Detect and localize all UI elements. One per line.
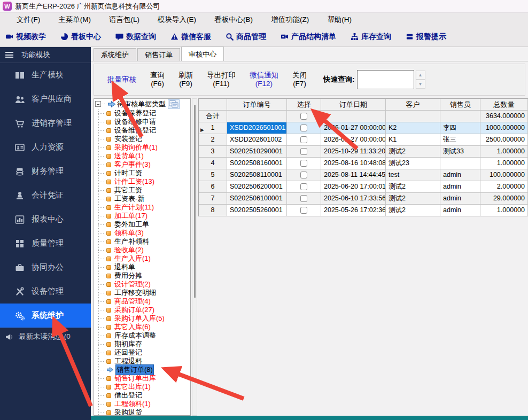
tree-item[interactable]: 销售订单出库	[94, 374, 190, 383]
table-row[interactable]: ▶2 XSDD202601002 2026-01-27 00:00:00 K1 …	[199, 134, 528, 146]
tree-item[interactable]: 退料单	[94, 263, 190, 271]
tree-item[interactable]: 还回登记	[94, 348, 190, 357]
tree-item[interactable]: 期初库存	[94, 340, 190, 348]
tab[interactable]: 审核中心	[181, 46, 224, 61]
tab[interactable]: 销售订单	[137, 48, 180, 61]
quick-search-input[interactable]	[357, 70, 414, 89]
toolbar-item[interactable]: 微信客服	[170, 32, 211, 42]
row-select-checkbox[interactable]	[300, 136, 307, 143]
collapse-icon[interactable]	[95, 101, 101, 107]
table-row[interactable]: ▶8 S0202505260001 2025-05-26 17:02:36 测试…	[199, 205, 528, 216]
spinner-down-icon[interactable]: ▼	[416, 80, 425, 89]
menu-item[interactable]: 看板中心(B)	[205, 15, 262, 25]
form-panel-button[interactable]	[168, 99, 180, 109]
table-header-cell[interactable]: 总数量	[480, 99, 528, 111]
tree-item[interactable]: 计件工资(13)	[94, 177, 190, 186]
sidebar-item[interactable]: 设备管理	[0, 279, 91, 304]
table-header-cell[interactable]	[199, 99, 227, 111]
table-header-cell[interactable]: 客户	[386, 99, 440, 111]
spinner-up-icon[interactable]: ▲	[416, 71, 425, 80]
tree-item[interactable]: 送货单(1)	[94, 152, 190, 160]
sidebar-item[interactable]: 客户供应商	[0, 87, 91, 111]
menu-item[interactable]: 增值功能(Z)	[262, 15, 318, 25]
tree-item[interactable]: 计时工资	[94, 169, 190, 177]
tree-item[interactable]: 工序移交明细	[94, 289, 190, 297]
row-select-checkbox[interactable]	[300, 207, 307, 214]
hamburger-icon[interactable]	[5, 52, 13, 58]
tree-item[interactable]: 其它工资	[94, 186, 190, 195]
menu-item[interactable]: 文件(F)	[7, 15, 49, 25]
table-header-cell[interactable]: 订单编号	[227, 99, 287, 111]
sidebar-item[interactable]: 生产模块	[0, 63, 91, 87]
table-row[interactable]: ▶5 S0202508110001 2025-08-11 14:44:45 te…	[199, 169, 528, 181]
tree-item[interactable]: 生产计划(11)	[94, 203, 190, 212]
toolbar-item[interactable]: 看板中心	[60, 32, 101, 42]
tree-item[interactable]: 借出登记	[94, 391, 190, 400]
sidebar-header[interactable]: 功能模块	[0, 47, 91, 63]
tree-item[interactable]: 其它出库(1)	[94, 383, 190, 391]
action-button[interactable]: 批量审核	[100, 75, 143, 84]
toolbar-item[interactable]: 报警提示	[406, 32, 446, 42]
tree-item[interactable]: 工资表-新	[94, 195, 190, 203]
tree-item[interactable]: 设备维修登记	[94, 126, 190, 135]
sidebar-item[interactable]: 报表中心	[0, 207, 91, 231]
table-header-cell[interactable]: 选择	[287, 99, 321, 111]
tree-item[interactable]: 工程领料(1)	[94, 400, 190, 408]
action-button[interactable]: 关闭 (F7)	[285, 71, 314, 88]
tree-scrollbar-thumb[interactable]	[194, 105, 196, 298]
tree-item[interactable]: 设备保养登记	[94, 109, 190, 118]
tree-item[interactable]: 商品管理(4)	[94, 297, 190, 306]
tree-item[interactable]: 采购订单入库(5)	[94, 314, 190, 323]
sidebar-item[interactable]: 协同办公	[0, 255, 91, 279]
table-row[interactable]: ▶4 S0202508160001 2025-08-16 10:48:08 测试…	[199, 158, 528, 169]
sidebar-footer-messages[interactable]: 最新未读消息 (0	[0, 328, 91, 345]
tree-item[interactable]: 采购退货	[94, 408, 190, 416]
toolbar-item[interactable]: 产品结构清单	[281, 32, 336, 42]
action-button[interactable]: 导出打印 (F11)	[200, 71, 243, 88]
tree-item[interactable]: 安装登记	[94, 135, 190, 143]
menu-item[interactable]: 模块导入(E)	[149, 15, 205, 25]
tree-item[interactable]: 销售订单(8)	[94, 365, 190, 374]
tree-item[interactable]: 生产补领料	[94, 237, 190, 246]
sidebar-item[interactable]: 质量管理	[0, 231, 91, 255]
tree-item[interactable]: 费用分摊	[94, 271, 190, 280]
action-button[interactable]: 刷新 (F9)	[172, 71, 200, 88]
tree-item[interactable]: 验收单(2)	[94, 246, 190, 254]
sidebar-item[interactable]: 系统维护	[0, 304, 91, 328]
menu-item[interactable]: 语言包(L)	[100, 15, 149, 25]
sidebar-item[interactable]: 财务管理	[0, 159, 91, 183]
select-all-checkbox[interactable]	[300, 113, 307, 120]
table-row[interactable]: ▶6 S0202506200001 2025-06-20 17:00:01 测试…	[199, 181, 528, 193]
tab[interactable]: 系统维护	[94, 48, 136, 61]
sidebar-item[interactable]: 人力资源	[0, 135, 91, 159]
row-select-checkbox[interactable]	[300, 183, 307, 190]
row-select-checkbox[interactable]	[300, 195, 307, 202]
table-row[interactable]: ▶3 S0202510290001 2025-10-29 11:33:20 测试…	[199, 146, 528, 158]
toolbar-item[interactable]: 数据查询	[115, 32, 156, 42]
tree-item[interactable]: 加工单(17)	[94, 212, 190, 220]
tree-item[interactable]: 领料单(3)	[94, 229, 190, 237]
menu-item[interactable]: 主菜单(M)	[49, 15, 100, 25]
row-select-checkbox[interactable]	[300, 172, 307, 178]
table-header-cell[interactable]: 销售员	[440, 99, 480, 111]
tree-scrollbar[interactable]	[192, 98, 197, 416]
toolbar-item[interactable]: 视频教学	[5, 32, 46, 42]
row-select-checkbox[interactable]	[300, 160, 307, 167]
sidebar-item[interactable]: 会计凭证	[0, 183, 91, 207]
action-button[interactable]: 查询 (F6)	[143, 71, 172, 88]
action-button[interactable]: 微信通知 (F12)	[243, 71, 285, 88]
toolbar-item[interactable]: 库存查询	[351, 32, 391, 42]
tree-item[interactable]: 设备维修申请	[94, 118, 190, 126]
tree-item[interactable]: 客户事件(3)	[94, 160, 190, 169]
tree-item[interactable]: 其它入库(6)	[94, 323, 190, 331]
table-row[interactable]: ▶1 XSDD2026501001 2026-01-27 00:00:00 K2…	[199, 122, 528, 134]
tree-item[interactable]: 生产入库(1)	[94, 254, 190, 263]
tree-item[interactable]: 库存成本调整	[94, 331, 190, 340]
toolbar-item[interactable]: 商品管理	[226, 32, 266, 42]
tree-item[interactable]: 委外加工单	[94, 220, 190, 229]
tree-item[interactable]: 采购订单(27)	[94, 306, 190, 314]
table-row[interactable]: ▶7 S0202506100001 2025-06-10 17:33:56 测试…	[199, 193, 528, 205]
tree-item[interactable]: 采购询价单(1)	[94, 143, 190, 152]
menu-item[interactable]: 帮助(H)	[318, 15, 361, 25]
tree-root-node[interactable]: 待审核单据类型	[94, 99, 190, 109]
